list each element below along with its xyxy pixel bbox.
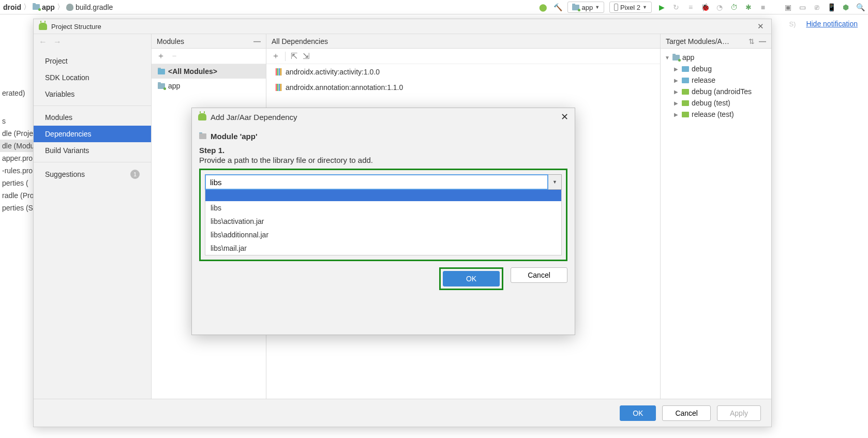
run-config-selector[interactable]: app▼	[567, 2, 604, 13]
dep-row[interactable]: androidx.annotation:annotation:1.1.0	[266, 80, 660, 95]
stop-icon[interactable]: ■	[758, 3, 768, 12]
dropdown-item[interactable]: libs	[205, 201, 561, 215]
notification-bar: S) Hide notification	[789, 20, 858, 28]
module-all[interactable]: <All Modules>	[152, 64, 266, 79]
phone-icon	[614, 4, 618, 11]
forward-icon[interactable]: →	[53, 37, 62, 47]
crumb-root[interactable]: droid〉	[3, 3, 31, 12]
ok-button[interactable]: OK	[443, 271, 500, 286]
tree-debug-androidtest[interactable]: ▶debug (androidTes	[672, 86, 769, 97]
back-icon[interactable]: ←	[39, 37, 47, 47]
dropdown-button[interactable]: ▼	[548, 174, 562, 190]
nav-project[interactable]: Project	[34, 53, 151, 69]
folder-icon	[672, 55, 680, 61]
path-dropdown: libs libs\activation.jar libs\additionna…	[205, 190, 562, 255]
layout-icon[interactable]: ⎚	[812, 3, 821, 12]
search-icon[interactable]: 🔍	[856, 3, 865, 12]
folder-icon	[33, 4, 40, 10]
folder-icon	[199, 133, 206, 139]
debug-icon[interactable]: 🐞	[700, 3, 710, 12]
toolbar-right: ⬤ 🔨 app▼ Pixel 2▼ ▶ ↻ ≡ 🐞 ◔ ⏱ ✱ ■ ▣ ▭ ⎚ …	[538, 0, 865, 14]
deps-header: All Dependencies	[266, 34, 660, 49]
folder-icon	[158, 83, 165, 89]
cancel-button[interactable]: Cancel	[511, 267, 567, 283]
nav-sidebar: ← → Project SDK Location Variables Modul…	[34, 34, 152, 399]
nav-modules[interactable]: Modules	[34, 109, 151, 126]
dialog-title: Project Structure	[51, 23, 101, 31]
folder-icon	[682, 89, 689, 95]
sdk-icon[interactable]: ▭	[798, 3, 807, 12]
dialog-footer: OK Cancel Apply	[34, 399, 771, 427]
add-dep-icon[interactable]: ＋	[272, 51, 280, 62]
tree-release[interactable]: ▶release	[672, 74, 769, 86]
inner-title: Add Jar/Aar Dependency	[211, 113, 297, 122]
nav-sdk-location[interactable]: SDK Location	[34, 69, 151, 86]
collapse-icon[interactable]: —	[253, 37, 261, 46]
sync-icon[interactable]: ⬤	[538, 3, 548, 12]
remove-module-icon[interactable]: －	[170, 51, 178, 62]
highlight-box-input: ▼ libs libs\activation.jar libs\addition…	[199, 169, 567, 261]
dep-row[interactable]: androidx.activity:activity:1.0.0	[266, 64, 660, 80]
hide-notification-link[interactable]: Hide notification	[806, 20, 858, 28]
collapse-icon[interactable]: —	[759, 37, 766, 46]
modules-header: Modules —	[152, 34, 266, 49]
tree-release-test[interactable]: ▶release (test)	[672, 109, 769, 120]
add-module-icon[interactable]: ＋	[157, 51, 165, 62]
suggestions-badge: 1	[130, 170, 140, 179]
module-app[interactable]: app	[152, 79, 266, 93]
tree-app[interactable]: ▼app	[663, 52, 769, 63]
path-combobox[interactable]: ▼	[205, 174, 562, 190]
notif-fragment: S)	[789, 20, 796, 28]
close-icon[interactable]: ✕	[755, 22, 766, 31]
dropdown-item[interactable]: libs\activation.jar	[205, 215, 561, 228]
variant-tree: ▼app ▶debug ▶release ▶debug (androidTes …	[661, 49, 771, 123]
settings-icon[interactable]: ⇅	[749, 37, 755, 46]
folder-icon	[572, 5, 579, 10]
dropdown-item[interactable]: libs\additionnal.jar	[205, 228, 561, 241]
highlight-box-ok: OK	[439, 267, 503, 290]
apply-changes-icon[interactable]: ↻	[671, 3, 681, 12]
device-selector[interactable]: Pixel 2▼	[609, 2, 652, 13]
activity-icon[interactable]: ≡	[686, 3, 695, 12]
folder-icon	[682, 100, 689, 106]
hammer-icon[interactable]: 🔨	[553, 3, 562, 12]
dropdown-item[interactable]: libs\mail.jar	[205, 241, 561, 255]
profiler-icon[interactable]: ◔	[715, 3, 724, 12]
dropdown-item[interactable]	[205, 190, 561, 201]
device-icon[interactable]: 📱	[827, 3, 836, 12]
project-tree-fragment: erated) s dle (Proje dle (Modu apper.pro…	[0, 14, 33, 214]
android-icon	[39, 23, 47, 30]
top-toolbar: droid〉 app〉 build.gradle ⬤ 🔨 app▼ Pixel …	[0, 0, 868, 14]
nav-build-variants[interactable]: Build Variants	[34, 142, 151, 159]
apply-button[interactable]: Apply	[717, 405, 761, 421]
tree-debug-test[interactable]: ▶debug (test)	[672, 97, 769, 109]
crumb-app[interactable]: app〉	[33, 3, 64, 12]
collapse-all-icon[interactable]: ⇲	[303, 51, 309, 61]
step-description: Provide a path to the library file or di…	[199, 155, 567, 169]
nav-dependencies[interactable]: Dependencies	[34, 126, 151, 142]
crumb-file[interactable]: build.gradle	[66, 3, 113, 11]
cube-icon[interactable]: ⬢	[841, 3, 850, 12]
library-icon	[276, 68, 281, 75]
module-label: Module 'app'	[199, 130, 567, 146]
target-modules-panel: Target Modules/A… ⇅— ▼app ▶debug ▶releas…	[661, 34, 771, 399]
ok-button[interactable]: OK	[620, 405, 656, 421]
breadcrumb: droid〉 app〉 build.gradle	[3, 3, 113, 12]
cancel-button[interactable]: Cancel	[662, 405, 711, 421]
android-icon	[198, 113, 206, 120]
run-icon[interactable]: ▶	[657, 3, 666, 12]
folder-icon	[682, 66, 689, 72]
path-input[interactable]	[205, 174, 548, 190]
nav-suggestions[interactable]: Suggestions1	[34, 165, 151, 183]
dialog-titlebar: Project Structure ✕	[34, 19, 771, 34]
nav-variables[interactable]: Variables	[34, 86, 151, 102]
inner-footer: OK Cancel	[192, 261, 575, 296]
attach-icon[interactable]: ✱	[744, 3, 753, 12]
add-dependency-dialog: Add Jar/Aar Dependency ✕ Module 'app' St…	[191, 108, 575, 335]
speed-icon[interactable]: ⏱	[729, 3, 739, 12]
avd-icon[interactable]: ▣	[783, 3, 792, 12]
expand-icon[interactable]: ⇱	[291, 51, 297, 61]
modules-icon	[158, 69, 165, 74]
tree-debug[interactable]: ▶debug	[672, 63, 769, 74]
close-icon[interactable]: ✕	[561, 111, 568, 123]
